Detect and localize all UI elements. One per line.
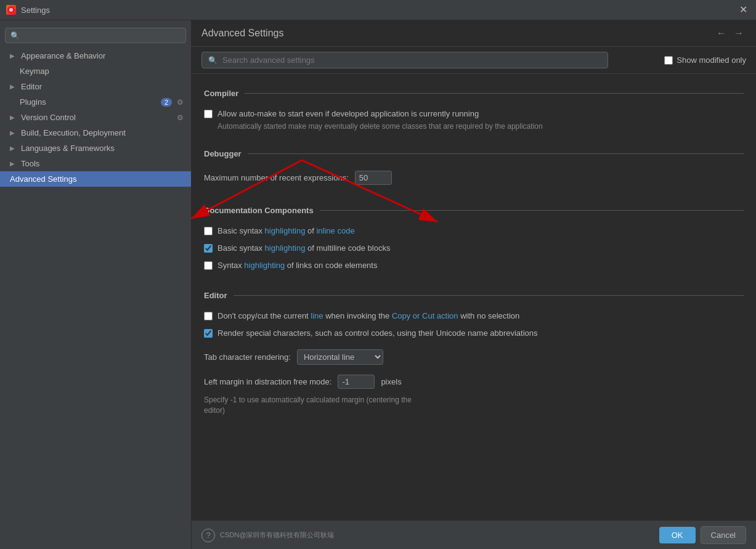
- title-bar: Settings ✕: [0, 0, 756, 20]
- back-arrow[interactable]: ←: [714, 26, 729, 40]
- tab-rendering-select[interactable]: Horizontal line Arrow None: [297, 349, 383, 365]
- sidebar-item-tools[interactable]: ▶ Tools: [0, 156, 191, 171]
- content-area: Compiler Allow auto-make to start even i…: [192, 74, 756, 521]
- sidebar-item-label: Version Control: [21, 113, 76, 122]
- sidebar-item-label: Keymap: [20, 67, 49, 76]
- settings-icon: ⚙: [177, 113, 184, 122]
- forward-arrow[interactable]: →: [731, 26, 746, 40]
- copy-cut-row: Don't copy/cut the current line when inv…: [204, 309, 744, 323]
- max-expressions-label: Maximum number of recent expressions:: [204, 173, 349, 182]
- compiler-content: Allow auto-make to start even if develop…: [204, 107, 744, 132]
- right-panel: Advanced Settings ← → 🔍 Show modified on…: [192, 20, 756, 549]
- search-icon: 🔍: [208, 56, 217, 65]
- show-modified-checkbox[interactable]: [664, 56, 673, 65]
- panel-header: Advanced Settings ← →: [192, 20, 756, 47]
- max-expressions-input[interactable]: [355, 171, 392, 185]
- highlight-line: line: [311, 311, 323, 320]
- search-bar-row: 🔍 Show modified only: [192, 47, 756, 74]
- render-special-row: Render special characters, such as contr…: [204, 326, 744, 341]
- arrow-icon: ▶: [10, 83, 15, 90]
- sidebar-item-keymap[interactable]: Keymap: [0, 63, 191, 79]
- sidebar-item-label: Build, Execution, Deployment: [21, 128, 126, 137]
- documentation-content: Basic syntax highlighting of inline code…: [204, 224, 744, 274]
- auto-make-checkbox[interactable]: [204, 110, 213, 118]
- left-margin-input[interactable]: [338, 375, 375, 389]
- syntax-links-row: Syntax highlighting of links on code ele…: [204, 258, 744, 273]
- pixels-label: pixels: [381, 377, 401, 386]
- debugger-content: Maximum number of recent expressions:: [204, 167, 744, 189]
- arrow-icon: ▶: [10, 52, 15, 59]
- highlight-copy: Copy or Cut action: [392, 311, 458, 320]
- highlight-span: highlighting: [265, 226, 306, 235]
- search-icon: 🔍: [10, 31, 20, 40]
- panel-title: Advanced Settings: [201, 28, 708, 39]
- app-icon: [6, 5, 16, 15]
- basic-syntax-multiline-row: Basic syntax highlighting of multiline c…: [204, 241, 744, 256]
- auto-make-description: Automatically started make may eventuall…: [204, 121, 744, 132]
- sidebar-item-editor[interactable]: ▶ Editor: [0, 79, 191, 94]
- section-documentation: Documentation Components: [204, 201, 744, 219]
- plugins-badge: 2: [161, 98, 172, 107]
- help-icon: ?: [206, 531, 210, 540]
- basic-syntax-inline-row: Basic syntax highlighting of inline code: [204, 224, 744, 238]
- sidebar-item-label: Editor: [21, 82, 42, 91]
- ok-button[interactable]: OK: [659, 527, 696, 543]
- footer-csdn-text: CSDN@深圳市有德科技有限公司耿瑞: [220, 531, 334, 540]
- tab-rendering-row: Tab character rendering: Horizontal line…: [204, 346, 744, 368]
- section-documentation-label: Documentation Components: [204, 206, 314, 215]
- basic-syntax-inline-checkbox[interactable]: [204, 227, 213, 235]
- copy-cut-label: Don't copy/cut the current line when inv…: [217, 311, 519, 322]
- render-special-checkbox[interactable]: [204, 329, 213, 338]
- max-expressions-row: Maximum number of recent expressions:: [204, 167, 744, 189]
- editor-content: Don't copy/cut the current line when inv…: [204, 309, 744, 416]
- nav-arrows: ← →: [714, 26, 746, 40]
- footer: ? CSDN@深圳市有德科技有限公司耿瑞 OK Cancel: [192, 521, 756, 549]
- sidebar-item-version-control[interactable]: ▶ Version Control ⚙: [0, 110, 191, 125]
- sidebar-item-label: Appearance & Behavior: [21, 51, 105, 60]
- settings-dialog: Settings ✕ 🔍 ▶ Appearance & Behavior Key…: [0, 0, 756, 549]
- svg-point-1: [9, 8, 13, 12]
- section-editor: Editor: [204, 286, 744, 304]
- section-compiler: Compiler: [204, 84, 744, 102]
- sidebar-item-label: Languages & Frameworks: [21, 144, 115, 153]
- left-margin-label: Left margin in distraction free mode:: [204, 377, 331, 386]
- settings-icon: ⚙: [177, 98, 184, 107]
- auto-make-row: Allow auto-make to start even if develop…: [204, 107, 744, 121]
- section-compiler-label: Compiler: [204, 89, 238, 98]
- syntax-links-checkbox[interactable]: [204, 261, 213, 270]
- auto-make-label: Allow auto-make to start even if develop…: [217, 108, 479, 120]
- search-advanced-input[interactable]: [222, 55, 601, 65]
- close-button[interactable]: ✕: [737, 4, 750, 16]
- copy-cut-checkbox[interactable]: [204, 312, 213, 320]
- margin-help-text: Specify -1 to use automatically calculat…: [204, 395, 744, 416]
- sidebar-search-input[interactable]: [23, 31, 181, 40]
- sidebar-item-label: Plugins: [20, 97, 46, 107]
- sidebar-item-languages[interactable]: ▶ Languages & Frameworks: [0, 140, 191, 156]
- cancel-button[interactable]: Cancel: [701, 526, 746, 544]
- search-advanced-container[interactable]: 🔍: [201, 52, 608, 68]
- window-title: Settings: [21, 6, 732, 15]
- highlight-span2: inline code: [316, 226, 354, 235]
- main-content: 🔍 ▶ Appearance & Behavior Keymap ▶ Edito…: [0, 20, 756, 549]
- arrow-icon: ▶: [10, 160, 15, 167]
- sidebar-item-build[interactable]: ▶ Build, Execution, Deployment: [0, 125, 191, 140]
- help-button[interactable]: ?: [201, 529, 215, 542]
- arrow-icon: ▶: [10, 145, 15, 152]
- sidebar-item-plugins[interactable]: Plugins 2 ⚙: [0, 94, 191, 110]
- sidebar-item-advanced[interactable]: Advanced Settings: [0, 171, 191, 187]
- section-debugger: Debugger: [204, 144, 744, 162]
- basic-syntax-multiline-checkbox[interactable]: [204, 244, 213, 253]
- arrow-icon: ▶: [10, 114, 15, 121]
- show-modified-label[interactable]: Show modified only: [664, 55, 746, 65]
- show-modified-text: Show modified only: [677, 55, 746, 65]
- render-special-label: Render special characters, such as contr…: [217, 328, 538, 339]
- left-margin-row: Left margin in distraction free mode: pi…: [204, 371, 744, 392]
- sidebar: 🔍 ▶ Appearance & Behavior Keymap ▶ Edito…: [0, 20, 192, 549]
- highlight-span3: highlighting: [265, 243, 306, 253]
- section-editor-label: Editor: [204, 291, 227, 300]
- basic-syntax-multiline-label: Basic syntax highlighting of multiline c…: [217, 243, 390, 254]
- sidebar-item-appearance[interactable]: ▶ Appearance & Behavior: [0, 48, 191, 63]
- sidebar-search-container[interactable]: 🔍: [5, 28, 186, 43]
- syntax-links-label: Syntax highlighting of links on code ele…: [217, 260, 377, 271]
- show-modified-row: Show modified only: [664, 55, 746, 65]
